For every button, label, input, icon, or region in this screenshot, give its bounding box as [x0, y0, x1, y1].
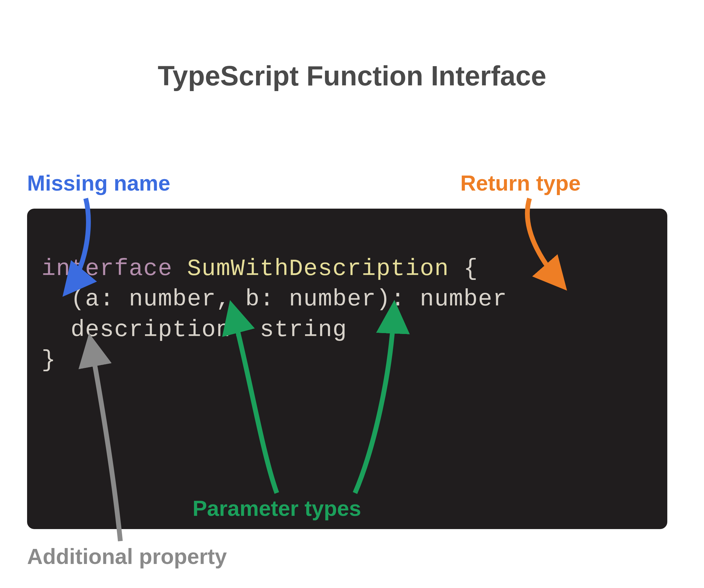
diagram-title: TypeScript Function Interface: [0, 60, 704, 92]
code-line-4: }: [42, 345, 653, 376]
open-brace: {: [449, 256, 478, 282]
code-line-3: description: string: [42, 315, 653, 345]
code-line-2: (a: number, b: number): number: [42, 284, 653, 315]
call-signature: (a: number, b: number): number: [42, 286, 507, 312]
close-brace: }: [42, 347, 56, 373]
label-missing-name: Missing name: [27, 171, 170, 195]
code-block: interface SumWithDescription { (a: numbe…: [27, 209, 667, 529]
label-parameter-types: Parameter types: [192, 496, 361, 521]
keyword-interface: interface: [42, 256, 172, 282]
type-name: SumWithDescription: [187, 256, 449, 282]
code-line-1: interface SumWithDescription {: [42, 254, 653, 284]
property-description: description: string: [42, 317, 347, 343]
label-additional-property: Additional property: [27, 544, 227, 569]
label-return-type: Return type: [460, 171, 581, 195]
